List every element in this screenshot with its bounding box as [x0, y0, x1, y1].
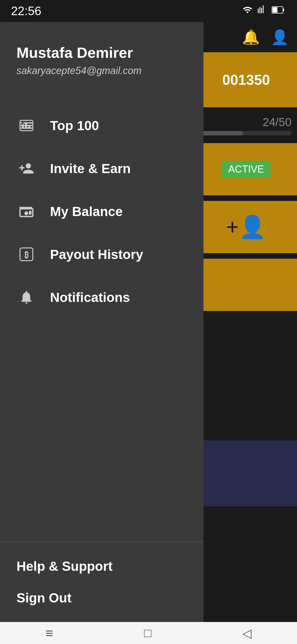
drawer-username: Mustafa Demirer: [16, 44, 187, 61]
menu-item-help-support[interactable]: Help & Support: [16, 559, 187, 574]
menu-item-notifications[interactable]: Notifications: [0, 276, 204, 319]
drawer-footer: Help & Support Sign Out: [0, 542, 204, 622]
drawer-email: sakaryacepte54@gmail.com: [16, 65, 187, 77]
status-time: 22:56: [11, 4, 41, 18]
drawer-menu: Top 100 Invite & Earn: [0, 93, 204, 542]
nav-menu-icon[interactable]: ≡: [45, 626, 53, 641]
battery-icon: [272, 5, 286, 17]
add-person-icon: [16, 159, 36, 178]
drawer-overlay: Mustafa Demirer sakaryacepte54@gmail.com…: [0, 22, 297, 622]
svg-rect-2: [273, 7, 277, 13]
menu-label-notifications: Notifications: [50, 290, 130, 305]
menu-item-payout-history[interactable]: ₿ Payout History: [0, 233, 204, 276]
side-drawer: Mustafa Demirer sakaryacepte54@gmail.com…: [0, 22, 204, 622]
menu-label-top100: Top 100: [50, 118, 99, 133]
svg-rect-1: [283, 9, 284, 11]
svg-text:₿: ₿: [24, 250, 29, 259]
wallet-icon: [16, 201, 36, 221]
svg-rect-5: [25, 122, 27, 129]
status-bar: 22:56: [0, 0, 297, 22]
menu-label-payout-history: Payout History: [50, 247, 143, 262]
notification-bell-icon: [16, 287, 36, 307]
svg-rect-6: [28, 125, 30, 129]
menu-item-top100[interactable]: Top 100: [0, 104, 204, 147]
nav-home-icon[interactable]: □: [144, 626, 152, 640]
nav-bar: ≡ □ ◁: [0, 622, 297, 644]
signal-icon: [257, 5, 267, 17]
wifi-icon: [242, 5, 253, 17]
menu-item-invite-earn[interactable]: Invite & Earn: [0, 147, 204, 190]
drawer-header: Mustafa Demirer sakaryacepte54@gmail.com: [0, 22, 204, 93]
menu-label-invite-earn: Invite & Earn: [50, 161, 131, 176]
menu-label-my-balance: My Balance: [50, 204, 123, 219]
svg-rect-7: [29, 211, 31, 215]
bitcoin-icon: ₿: [16, 244, 36, 264]
svg-rect-4: [22, 124, 24, 129]
menu-item-sign-out[interactable]: Sign Out: [16, 590, 187, 605]
status-icons: [242, 5, 286, 17]
menu-item-my-balance[interactable]: My Balance: [0, 190, 204, 233]
nav-back-icon[interactable]: ◁: [242, 626, 252, 640]
bar-chart-icon: [16, 116, 36, 135]
